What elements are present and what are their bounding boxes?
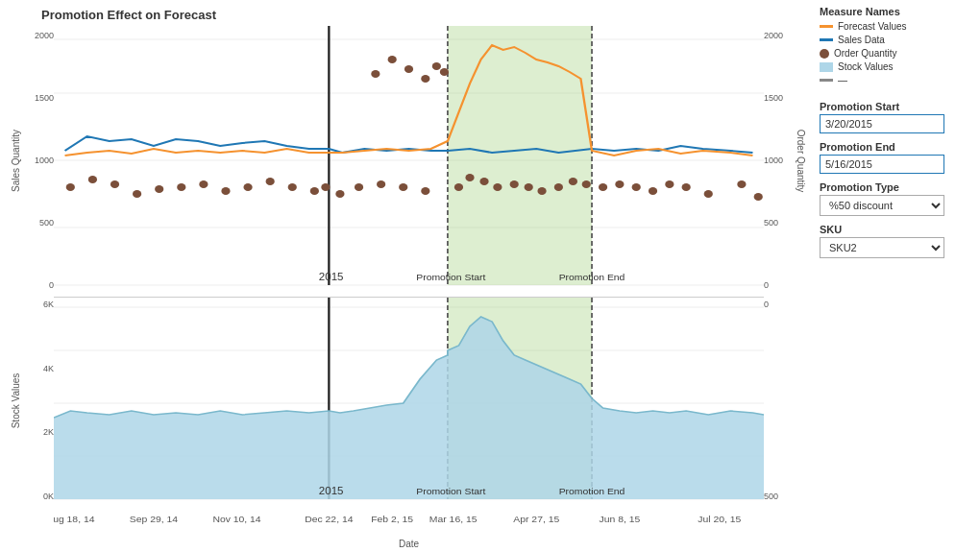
top-y-tick-1500: 1500 <box>25 93 54 103</box>
svg-point-49 <box>704 190 713 198</box>
svg-text:Apr 27, 15: Apr 27, 15 <box>513 515 559 524</box>
svg-point-31 <box>432 62 441 70</box>
svg-point-12 <box>133 190 141 198</box>
year-2015-top: 2015 <box>319 272 344 282</box>
right-y-tick-bottom-500: 500 <box>764 492 812 501</box>
svg-rect-5 <box>448 26 592 285</box>
legend-items: Forecast Values Sales Data Order Quantit… <box>820 21 972 85</box>
year-2015-bottom: 2015 <box>319 486 344 496</box>
svg-text:Aug 18, 14: Aug 18, 14 <box>54 515 95 524</box>
legend-label-order: Order Quantity <box>834 48 897 59</box>
svg-point-50 <box>737 180 746 188</box>
form-group-promo-end: Promotion End <box>820 141 972 174</box>
legend-label-forecast: Forecast Values <box>838 21 907 32</box>
svg-point-38 <box>525 183 533 191</box>
svg-point-25 <box>399 183 407 191</box>
bottom-y-tick-0k: 0K <box>25 492 54 501</box>
top-y-tick-2000: 2000 <box>25 31 54 40</box>
sales-swatch <box>820 38 833 41</box>
right-y-tick-500: 500 <box>764 218 793 228</box>
svg-text:Feb 2, 15: Feb 2, 15 <box>371 515 413 524</box>
right-y-tick-1500: 1500 <box>764 93 793 103</box>
svg-point-41 <box>569 178 577 185</box>
stock-swatch <box>820 62 833 72</box>
charts-container: Sales Quantity Stock Values 2000 1500 10… <box>8 26 812 552</box>
top-y-tick-500: 500 <box>25 218 54 228</box>
top-y-axis-label: Sales Quantity <box>12 129 22 191</box>
top-chart: 2015 Promotion Start Promotion End <box>54 26 764 298</box>
svg-point-17 <box>243 183 252 191</box>
svg-point-11 <box>110 180 119 188</box>
forecast-swatch <box>820 25 833 28</box>
svg-point-9 <box>66 183 75 191</box>
svg-point-10 <box>88 176 97 183</box>
svg-point-48 <box>682 183 691 191</box>
svg-text:Jul 20, 15: Jul 20, 15 <box>698 515 741 524</box>
legend-item-order: Order Quantity <box>820 48 972 59</box>
promo-start-bottom: Promotion Start <box>416 487 486 496</box>
promo-end-input[interactable] <box>820 155 944 174</box>
svg-text:Nov 10, 14: Nov 10, 14 <box>212 515 261 524</box>
sku-select[interactable]: SKU2 <box>820 237 944 258</box>
svg-point-23 <box>355 183 363 191</box>
svg-marker-61 <box>54 317 764 499</box>
svg-point-28 <box>388 56 397 63</box>
legend-item-dash: — <box>820 75 972 85</box>
svg-point-43 <box>599 183 607 191</box>
promo-end-top: Promotion End <box>559 273 625 282</box>
svg-point-18 <box>266 178 275 185</box>
bottom-y-tick-4k: 4K <box>25 364 54 373</box>
right-y-tick-bottom-2000: 0 <box>764 300 812 309</box>
svg-point-21 <box>321 183 330 191</box>
svg-point-29 <box>404 65 413 73</box>
dash-swatch <box>820 79 833 82</box>
svg-point-47 <box>665 180 674 188</box>
svg-point-14 <box>177 183 185 191</box>
x-axis-label: Date <box>54 539 764 549</box>
svg-point-22 <box>335 190 344 198</box>
svg-point-19 <box>288 183 297 191</box>
form-section: Promotion Start Promotion End Promotion … <box>820 101 972 258</box>
form-group-promo-type: Promotion Type %50 discount <box>820 181 972 216</box>
svg-point-35 <box>479 178 488 185</box>
svg-text:Jun 8, 15: Jun 8, 15 <box>600 515 641 524</box>
svg-point-42 <box>582 180 591 188</box>
svg-text:Sep 29, 14: Sep 29, 14 <box>130 515 179 524</box>
legend-item-sales: Sales Data <box>820 35 972 45</box>
svg-point-16 <box>221 187 230 195</box>
main-charts: 2015 Promotion Start Promotion End <box>54 26 764 552</box>
legend-label-dash: — <box>838 75 847 85</box>
promo-start-input[interactable] <box>820 114 944 133</box>
right-panel: Measure Names Forecast Values Sales Data… <box>812 0 980 552</box>
promo-start-top: Promotion Start <box>416 273 486 282</box>
svg-point-36 <box>493 183 502 191</box>
top-y-tick-0: 0 <box>25 280 54 290</box>
bottom-chart: 2015 Promotion Start Promotion End <box>54 298 764 511</box>
svg-point-20 <box>310 187 319 195</box>
svg-point-45 <box>632 183 641 191</box>
svg-point-32 <box>440 68 449 76</box>
svg-point-27 <box>371 70 380 78</box>
svg-point-13 <box>155 185 163 193</box>
svg-point-15 <box>199 180 208 188</box>
sku-label: SKU <box>820 224 972 235</box>
chart-area: Promotion Effect on Forecast Sales Quant… <box>0 0 812 552</box>
bottom-y-tick-6k: 6K <box>25 300 54 309</box>
svg-text:Dec 22, 14: Dec 22, 14 <box>305 515 354 524</box>
chart-title: Promotion Effect on Forecast <box>8 8 812 22</box>
x-axis: Aug 18, 14 Sep 29, 14 Nov 10, 14 Dec 22,… <box>54 511 764 549</box>
svg-point-24 <box>377 180 385 188</box>
right-y-tick-2000: 2000 <box>764 31 793 40</box>
legend-item-forecast: Forecast Values <box>820 21 972 32</box>
bottom-y-tick-2k: 2K <box>25 427 54 437</box>
right-y-tick-0: 0 <box>764 280 793 290</box>
svg-point-46 <box>649 187 657 195</box>
svg-point-39 <box>537 187 546 195</box>
svg-point-34 <box>465 174 474 181</box>
top-y-tick-1000: 1000 <box>25 156 54 165</box>
promo-end-label: Promotion End <box>820 141 972 153</box>
legend-title: Measure Names <box>820 6 972 17</box>
promo-start-label: Promotion Start <box>820 101 972 112</box>
svg-point-40 <box>554 183 563 191</box>
promo-type-select[interactable]: %50 discount <box>820 195 944 216</box>
